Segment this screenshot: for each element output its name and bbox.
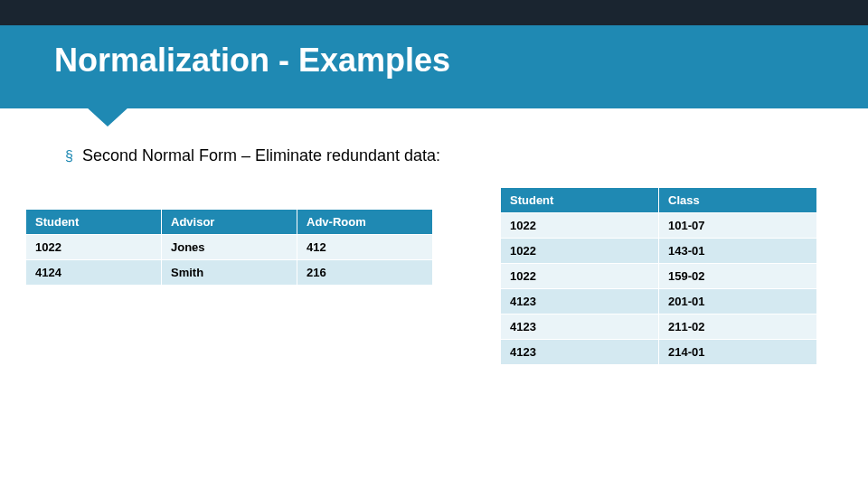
col-student: Student xyxy=(501,188,659,213)
student-advisor-table: Student Advisor Adv-Room 1022 Jones 412 … xyxy=(25,209,433,286)
cell: 211-02 xyxy=(659,314,817,340)
cell: 101-07 xyxy=(659,213,817,239)
table-row: 1022 Jones 412 xyxy=(26,235,433,260)
cell: Smith xyxy=(162,260,297,286)
cell: 412 xyxy=(297,235,433,260)
tables-wrap: Student Advisor Adv-Room 1022 Jones 412 … xyxy=(43,191,825,462)
table-row: 4123 201-01 xyxy=(501,289,817,314)
cell: 1022 xyxy=(501,213,659,239)
col-advisor: Advisor xyxy=(162,210,297,235)
cell: 1022 xyxy=(26,235,162,260)
cell: 4123 xyxy=(501,289,659,314)
table-row: 1022 101-07 xyxy=(501,213,817,239)
table-header-row: Student Class xyxy=(501,188,817,213)
content-area: § Second Normal Form – Eliminate redunda… xyxy=(0,108,868,488)
student-class-table: Student Class 1022 101-07 1022 143-01 10… xyxy=(500,187,817,365)
col-class: Class xyxy=(659,188,817,213)
table-row: 1022 143-01 xyxy=(501,239,817,264)
slide-title: Normalization - Examples xyxy=(0,25,868,80)
header-top-strip xyxy=(0,0,868,25)
bullet-row: § Second Normal Form – Eliminate redunda… xyxy=(65,146,825,165)
cell: 1022 xyxy=(501,264,659,289)
cell: Jones xyxy=(162,235,297,260)
cell: 216 xyxy=(297,260,433,286)
cell: 214-01 xyxy=(659,340,817,365)
table-row: 1022 159-02 xyxy=(501,264,817,289)
table-row: 4123 214-01 xyxy=(501,340,817,365)
table-header-row: Student Advisor Adv-Room xyxy=(26,210,433,235)
col-advroom: Adv-Room xyxy=(297,210,433,235)
cell: 4123 xyxy=(501,340,659,365)
cell: 201-01 xyxy=(659,289,817,314)
table-row: 4123 211-02 xyxy=(501,314,817,340)
cell: 1022 xyxy=(501,239,659,264)
cell: 159-02 xyxy=(659,264,817,289)
col-student: Student xyxy=(26,210,162,235)
bullet-text: Second Normal Form – Eliminate redundant… xyxy=(82,146,440,165)
cell: 143-01 xyxy=(659,239,817,264)
header-band: Normalization - Examples xyxy=(0,0,868,108)
cell: 4124 xyxy=(26,260,162,286)
bullet-icon: § xyxy=(65,148,73,164)
cell: 4123 xyxy=(501,314,659,340)
table-row: 4124 Smith 216 xyxy=(26,260,433,286)
